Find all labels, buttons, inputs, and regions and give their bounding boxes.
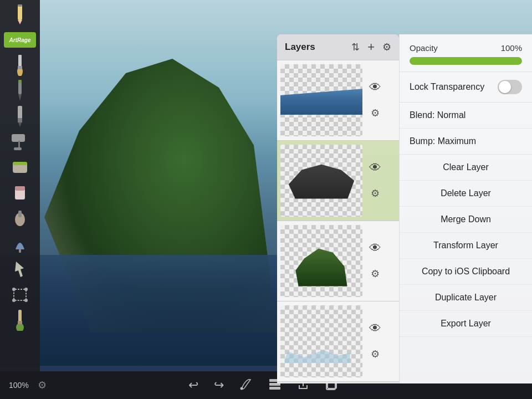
tool-pencil[interactable] xyxy=(2,2,38,27)
tool-brush-1[interactable] xyxy=(2,53,38,78)
delete-layer-label: Delete Layer xyxy=(441,188,491,198)
layer-2-art xyxy=(289,163,354,199)
duplicate-layer-label: Duplicate Layer xyxy=(435,293,497,303)
layers-header: Layers ⇅ + ⚙ xyxy=(277,34,399,60)
tool-pen[interactable] xyxy=(2,79,38,103)
select-icon xyxy=(12,259,28,279)
layers-settings-icon[interactable]: ⚙ xyxy=(382,41,391,53)
svg-rect-34 xyxy=(269,387,280,390)
tool-select[interactable] xyxy=(2,257,38,282)
toggle-knob xyxy=(499,81,511,93)
merge-down-label: Merge Down xyxy=(441,214,491,224)
svg-rect-8 xyxy=(18,80,22,83)
layer-thumbnail-4 xyxy=(280,305,362,377)
layer-2-settings-icon[interactable]: ⚙ xyxy=(371,187,380,200)
tool-roller[interactable] xyxy=(2,130,38,154)
brush-settings-icon[interactable] xyxy=(239,377,253,393)
svg-marker-1 xyxy=(18,20,22,24)
svg-rect-28 xyxy=(18,310,22,322)
pen-icon xyxy=(13,80,27,102)
eraser-icon xyxy=(12,183,28,203)
blend-mode-item[interactable]: Blend: Normal xyxy=(400,103,532,129)
blend-mode-label: Blend: Normal xyxy=(410,110,466,120)
clear-layer-item[interactable]: Clear Layer xyxy=(400,155,532,181)
lock-transparency-label: Lock Transparency xyxy=(410,82,484,92)
bump-label: Bump: Maximum xyxy=(410,136,476,146)
svg-marker-11 xyxy=(18,122,22,127)
tool-fill[interactable] xyxy=(2,232,38,256)
brush-1-icon xyxy=(12,55,28,76)
svg-point-25 xyxy=(24,288,28,291)
duplicate-layer-item[interactable]: Duplicate Layer xyxy=(400,285,532,311)
transform-icon xyxy=(11,285,29,305)
svg-rect-2 xyxy=(18,4,22,7)
svg-rect-16 xyxy=(13,162,27,165)
transform-layer-label: Transform Layer xyxy=(433,241,498,250)
layer-row-2[interactable]: 👁 ⚙ xyxy=(277,141,399,221)
redo-icon[interactable]: ↪ xyxy=(214,378,224,392)
opacity-slider-track[interactable] xyxy=(410,57,522,65)
merge-down-item[interactable]: Merge Down xyxy=(400,207,532,233)
layer-context-menu: Opacity 100% Lock Transparency Blend: No… xyxy=(399,34,532,383)
svg-marker-7 xyxy=(18,94,22,101)
layers-header-icons: ⇅ + ⚙ xyxy=(351,40,391,54)
artrage-logo: ArtRage xyxy=(4,32,36,48)
tool-smudge[interactable] xyxy=(2,206,38,231)
artrage-logo-item[interactable]: ArtRage xyxy=(2,28,38,52)
copy-clipboard-label: Copy to iOS Clipboard xyxy=(422,267,510,277)
tool-paint-brush[interactable] xyxy=(2,308,38,332)
svg-rect-23 xyxy=(14,289,26,300)
svg-rect-30 xyxy=(18,321,22,324)
layer-4-settings-icon[interactable]: ⚙ xyxy=(371,348,380,360)
svg-point-24 xyxy=(12,288,16,291)
export-layer-item[interactable]: Export Layer xyxy=(400,311,532,337)
lock-transparency-row: Lock Transparency xyxy=(400,72,532,103)
layer-row-3[interactable]: 👁 ⚙ xyxy=(277,221,399,301)
layer-4-visibility-icon[interactable]: 👁 xyxy=(369,323,381,335)
tool-marker[interactable] xyxy=(2,104,38,129)
layer-3-visibility-icon[interactable]: 👁 xyxy=(369,242,381,254)
copy-clipboard-item[interactable]: Copy to iOS Clipboard xyxy=(400,259,532,285)
tool-palette[interactable] xyxy=(2,155,38,180)
transform-layer-item[interactable]: Transform Layer xyxy=(400,233,532,259)
layer-3-art xyxy=(293,247,350,287)
svg-rect-5 xyxy=(18,66,22,69)
layer-2-visibility-icon[interactable]: 👁 xyxy=(369,162,381,174)
layers-title: Layers xyxy=(285,42,315,53)
svg-rect-20 xyxy=(18,211,22,217)
svg-rect-0 xyxy=(18,4,22,20)
artrage-label: ArtRage xyxy=(9,37,31,43)
lock-transparency-toggle[interactable] xyxy=(498,80,522,94)
delete-layer-item[interactable]: Delete Layer xyxy=(400,181,532,207)
fill-icon xyxy=(11,234,29,254)
pencil-icon xyxy=(11,3,29,25)
palette-icon xyxy=(11,157,29,177)
tool-eraser[interactable] xyxy=(2,181,38,205)
export-layer-label: Export Layer xyxy=(441,319,491,329)
undo-icon[interactable]: ↩ xyxy=(188,378,198,392)
layer-3-controls: 👁 ⚙ xyxy=(366,238,385,284)
layer-row-4[interactable]: 👁 ⚙ xyxy=(277,301,399,382)
svg-point-27 xyxy=(24,299,28,302)
layer-1-visibility-icon[interactable]: 👁 xyxy=(369,81,381,94)
roller-icon xyxy=(11,132,29,152)
layer-1-art xyxy=(280,83,362,115)
layer-thumbnail-3 xyxy=(280,225,362,297)
layer-3-settings-icon[interactable]: ⚙ xyxy=(371,268,380,280)
bump-item[interactable]: Bump: Maximum xyxy=(400,129,532,155)
opacity-slider-fill xyxy=(410,57,522,65)
svg-rect-13 xyxy=(18,141,20,149)
settings-gear-icon[interactable]: ⚙ xyxy=(38,379,47,391)
svg-rect-18 xyxy=(15,186,25,191)
svg-rect-3 xyxy=(18,55,22,67)
layers-add-icon[interactable]: + xyxy=(367,40,375,54)
smudge-icon xyxy=(12,208,28,228)
tool-transform[interactable] xyxy=(2,283,38,307)
layer-2-controls: 👁 ⚙ xyxy=(366,157,385,204)
clear-layer-label: Clear Layer xyxy=(443,162,489,172)
svg-point-31 xyxy=(240,387,243,390)
layer-row-1[interactable]: 👁 ⚙ xyxy=(277,60,399,141)
layer-1-settings-icon[interactable]: ⚙ xyxy=(371,107,380,119)
layers-arrange-icon[interactable]: ⇅ xyxy=(351,41,360,53)
layer-thumbnail-1 xyxy=(280,64,362,136)
